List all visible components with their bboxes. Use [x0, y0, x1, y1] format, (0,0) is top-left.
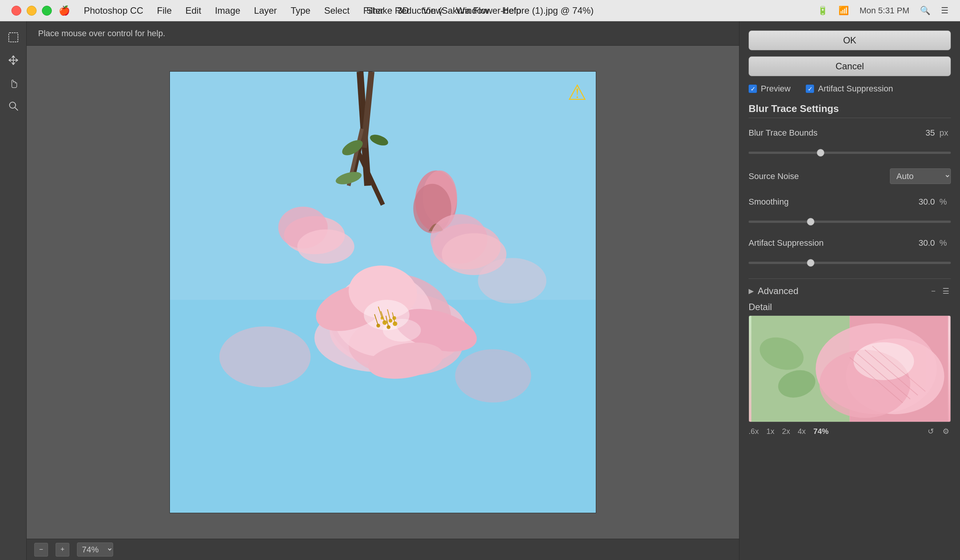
- right-panel: OK Cancel ✓ Preview ✓ Artifact Suppressi…: [739, 21, 960, 560]
- apple-menu[interactable]: 🍎: [59, 5, 70, 16]
- type-menu[interactable]: Type: [291, 5, 310, 16]
- advanced-title: ▶ Advanced: [749, 286, 798, 296]
- preview-checkbox-label[interactable]: ✓ Preview: [749, 84, 790, 94]
- wifi-icon: 📶: [838, 6, 849, 16]
- layer-menu[interactable]: Layer: [254, 5, 277, 16]
- blur-trace-bounds-unit: px: [939, 128, 951, 138]
- clock: Mon 5:31 PM: [859, 6, 909, 16]
- smoothing-slider[interactable]: [749, 221, 951, 223]
- svg-line-2: [15, 107, 18, 110]
- canvas-image: ⚠: [170, 71, 596, 513]
- advanced-header[interactable]: ▶ Advanced − ☰: [749, 283, 951, 299]
- window-title: Shake Reduction (Sakura Flower-before (1…: [366, 5, 594, 16]
- reset-icon[interactable]: ↺: [926, 425, 936, 437]
- detail-label: Detail: [749, 302, 951, 312]
- blur-trace-bounds-label: Blur Trace Bounds: [749, 128, 907, 138]
- select-menu[interactable]: Select: [324, 5, 350, 16]
- flower-svg: [170, 72, 596, 513]
- traffic-lights: [11, 6, 52, 16]
- advanced-controls: − ☰: [930, 285, 951, 297]
- canvas-area: Place mouse over control for help.: [27, 21, 739, 560]
- close-button[interactable]: [11, 6, 21, 16]
- settings-icon[interactable]: ⚙: [941, 425, 951, 437]
- blur-trace-bounds-row: Blur Trace Bounds 35 px: [749, 128, 951, 138]
- blur-trace-bounds-slider[interactable]: [749, 152, 951, 154]
- preview-checkbox[interactable]: ✓: [749, 85, 757, 93]
- canvas-bottom: − + 74% 50% 100%: [27, 539, 739, 560]
- detail-preview: [749, 315, 951, 422]
- move-tool[interactable]: [5, 52, 22, 69]
- canvas-toolbar: Place mouse over control for help.: [27, 21, 739, 46]
- detail-zoom-bar: .6x 1x 2x 4x 74% ↺ ⚙: [749, 425, 951, 437]
- artifact-suppression-checkbox[interactable]: ✓: [806, 85, 814, 93]
- titlebar-right: 🔋 📶 Mon 5:31 PM 🔍 ☰: [818, 6, 949, 16]
- titlebar: 🍎 Photoshop CC File Edit Image Layer Typ…: [0, 0, 960, 21]
- svg-point-1: [10, 102, 16, 108]
- check-icon: ✓: [750, 85, 755, 93]
- svg-point-47: [455, 349, 531, 403]
- blur-trace-settings-title: Blur Trace Settings: [749, 103, 951, 118]
- smoothing-row: Smoothing 30.0 %: [749, 197, 951, 207]
- artifact-suppression-slider-row: Artifact Suppression 30.0 %: [749, 238, 951, 248]
- svg-point-24: [382, 320, 387, 325]
- maximize-button[interactable]: [42, 6, 52, 16]
- svg-point-23: [383, 319, 421, 342]
- warning-icon: ⚠: [568, 80, 587, 105]
- main-layout: Place mouse over control for help.: [0, 21, 960, 560]
- smoothing-value: 30.0: [912, 197, 935, 207]
- blur-trace-bounds-slider-container: [749, 146, 951, 156]
- canvas-zoom-select[interactable]: 74% 50% 100%: [77, 542, 113, 557]
- smoothing-unit: %: [939, 197, 951, 207]
- file-menu[interactable]: File: [157, 5, 172, 16]
- advanced-minus-icon[interactable]: −: [930, 285, 937, 297]
- advanced-section: ▶ Advanced − ☰ Detail: [749, 278, 951, 437]
- image-menu[interactable]: Image: [215, 5, 240, 16]
- hand-tool[interactable]: [5, 75, 22, 91]
- edit-menu[interactable]: Edit: [186, 5, 201, 16]
- smoothing-slider-container: [749, 214, 951, 225]
- photoshop-menu[interactable]: Photoshop CC: [84, 5, 143, 16]
- zoom-2x[interactable]: 2x: [782, 427, 790, 436]
- zoom-74pct[interactable]: 74%: [813, 427, 829, 436]
- zoom-4x[interactable]: 4x: [798, 427, 806, 436]
- zoom-out-canvas-button[interactable]: −: [34, 543, 48, 557]
- svg-point-46: [219, 326, 311, 387]
- zoom-in-canvas-button[interactable]: +: [56, 543, 69, 557]
- detail-icons: ↺ ⚙: [926, 425, 951, 437]
- blur-trace-bounds-value: 35: [912, 128, 935, 138]
- artifact-suppression-slider-container: [749, 256, 951, 266]
- advanced-label: Advanced: [758, 286, 798, 296]
- cancel-button[interactable]: Cancel: [749, 56, 951, 76]
- artifact-suppression-checkbox-label[interactable]: ✓ Artifact Suppression: [806, 84, 893, 94]
- check-icon-2: ✓: [808, 85, 813, 93]
- battery-icon: 🔋: [818, 6, 828, 16]
- svg-point-48: [478, 258, 547, 304]
- select-tool[interactable]: [5, 29, 22, 46]
- notification-icon[interactable]: ☰: [941, 6, 949, 16]
- svg-point-26: [376, 324, 380, 328]
- source-noise-select[interactable]: Auto Low Medium High: [890, 168, 951, 184]
- artifact-suppression-slider[interactable]: [749, 262, 951, 264]
- checkbox-row: ✓ Preview ✓ Artifact Suppression: [749, 84, 951, 94]
- artifact-suppression-slider-label: Artifact Suppression: [749, 238, 907, 248]
- zoom-06x[interactable]: .6x: [749, 427, 759, 436]
- advanced-menu-icon[interactable]: ☰: [941, 285, 951, 297]
- artifact-suppression-slider-value: 30.0: [912, 238, 935, 248]
- artifact-suppression-label: Artifact Suppression: [818, 84, 893, 94]
- artifact-suppression-slider-unit: %: [939, 238, 951, 248]
- zoom-tool[interactable]: [5, 98, 22, 114]
- svg-rect-0: [9, 33, 18, 42]
- source-noise-label: Source Noise: [749, 171, 885, 181]
- left-toolbar: [0, 21, 27, 560]
- search-icon[interactable]: 🔍: [920, 6, 930, 16]
- preview-label: Preview: [761, 84, 790, 94]
- detail-preview-svg: [749, 316, 950, 422]
- ok-button[interactable]: OK: [749, 30, 951, 50]
- help-text: Place mouse over control for help.: [38, 29, 165, 38]
- expand-arrow-icon: ▶: [749, 287, 754, 295]
- smoothing-label: Smoothing: [749, 197, 907, 207]
- svg-point-39: [297, 229, 354, 264]
- canvas-container: ⚠: [27, 46, 739, 539]
- minimize-button[interactable]: [27, 6, 37, 16]
- zoom-1x[interactable]: 1x: [766, 427, 774, 436]
